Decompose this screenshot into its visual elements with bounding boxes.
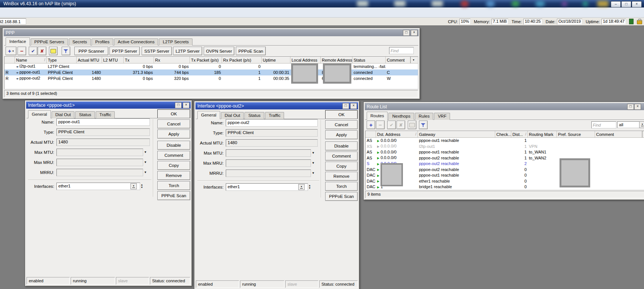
column-uptime[interactable]: Uptime <box>262 57 290 63</box>
column-distance[interactable]: Dist.../ <box>511 131 528 137</box>
pppoe-scan-button[interactable]: PPPoE Scan <box>236 47 266 55</box>
l2tp-server-button[interactable]: L2TP Server <box>173 47 202 55</box>
add-button[interactable]: + <box>367 121 375 129</box>
column-name[interactable]: Name/ <box>15 57 47 63</box>
route-close-button[interactable]: × <box>634 104 641 110</box>
route-filter-select[interactable]: all <box>617 121 640 128</box>
column-select-button[interactable]: ▼ <box>642 131 644 137</box>
route-row[interactable]: AS ▶0.0.0.0/0 pppoe-out1 reachable 1 <box>366 138 644 144</box>
interfaces-spinner[interactable]: ▲ ▼ <box>139 183 144 189</box>
interfaces-field[interactable]: ether1 <box>56 183 140 190</box>
dialog1-tab-general[interactable]: General <box>28 110 51 118</box>
route-row-disabled[interactable]: XS ▶0.0.0.0/0 l2tp-out1 1 VPN <box>366 144 644 150</box>
column-local-address[interactable]: Local Address <box>290 57 321 63</box>
comment-button[interactable]: Comment <box>325 152 358 161</box>
column-pref-source[interactable]: Pref. Source <box>557 131 595 137</box>
dialog1-tab-status[interactable]: Status <box>75 111 95 118</box>
column-routing-mark[interactable]: Routing Mark <box>528 131 557 137</box>
ppp-titlebar[interactable]: PPP □ × <box>4 29 419 36</box>
ppp-tab-profiles[interactable]: Profiles <box>92 38 113 46</box>
column-rx-packet[interactable]: Rx Packet (p/s) <box>222 57 262 63</box>
column-status[interactable]: Status <box>352 57 386 63</box>
route-row[interactable]: DAC ▶6 pppoe-out2 reachable 0 <box>366 167 644 173</box>
max-mru-field[interactable] <box>226 159 311 167</box>
comment-button[interactable] <box>49 47 58 55</box>
column-flags[interactable] <box>4 57 15 63</box>
dialog1-close-button[interactable]: × <box>183 102 189 108</box>
torch-button[interactable]: Torch <box>157 181 190 190</box>
route-row-inactive[interactable]: S ▶0.0.0.0/0 pppoe-out2 reachable 2 <box>366 161 644 167</box>
ppp-tab-l2tp-secrets[interactable]: L2TP Secrets <box>159 38 192 46</box>
dialog1-restore-button[interactable]: □ <box>175 102 182 108</box>
chevron-down-icon[interactable]: ▼ <box>144 150 148 154</box>
table-row-pppoe-out2[interactable]: R ◂▸pppoe-out2 PPPoE Client 1480 0 bps 3… <box>4 75 418 81</box>
torch-button[interactable]: Torch <box>325 182 358 191</box>
sstp-server-button[interactable]: SSTP Server <box>142 47 172 55</box>
close-button[interactable]: × <box>632 1 642 7</box>
dialog2-tab-status[interactable]: Status <box>244 112 264 119</box>
route-restore-button[interactable]: □ <box>627 104 634 110</box>
chevron-down-icon[interactable]: ▼ <box>312 151 316 155</box>
column-tx-packet[interactable]: Tx Packet (p/s) <box>190 57 222 63</box>
filter-button[interactable] <box>62 47 70 55</box>
name-field[interactable]: pppoe-out2 <box>226 119 318 127</box>
apply-button[interactable]: Apply <box>325 130 358 139</box>
dialog2-tab-traffic[interactable]: Traffic <box>265 112 284 119</box>
route-row[interactable]: AS ▶0.0.0.0/0 pppoe-out2 reachable 1 to_… <box>366 155 644 161</box>
remove-button[interactable]: − <box>376 121 385 129</box>
column-l2-mtu[interactable]: L2 MTU <box>102 57 124 63</box>
ppp-tab-pppoe-servers[interactable]: PPPoE Servers <box>31 38 68 46</box>
enable-button[interactable]: ✔ <box>29 47 37 55</box>
minimize-button[interactable]: – <box>611 1 621 7</box>
column-rx[interactable]: Rx <box>154 57 190 63</box>
route-tab-nexthops[interactable]: Nexthops <box>388 113 414 120</box>
column-comment[interactable]: Comment <box>386 57 410 63</box>
ppp-tab-interface[interactable]: Interface <box>6 37 30 46</box>
interfaces-dropdown-button[interactable]: ▼ <box>130 183 137 189</box>
remove-button[interactable]: Remove <box>157 171 190 180</box>
route-row[interactable]: AS ▶0.0.0.0/0 pppoe-out1 reachable 1 to_… <box>366 149 644 155</box>
max-mtu-field[interactable] <box>56 149 143 156</box>
interfaces-dropdown-button[interactable]: ▼ <box>298 184 305 190</box>
column-remote-address[interactable]: Remote Address <box>321 57 352 63</box>
route-row[interactable]: DAC ▶1 ether1 reachable 0 <box>366 178 644 184</box>
comment-button[interactable] <box>408 121 416 129</box>
column-type[interactable]: Type <box>47 57 77 63</box>
disable-button[interactable]: ✘ <box>38 47 46 55</box>
ok-button[interactable]: OK <box>157 109 190 118</box>
enable-button[interactable]: ✔ <box>387 121 396 129</box>
dialog2-tab-dial-out[interactable]: Dial Out <box>221 112 244 119</box>
chevron-down-icon[interactable]: ▼ <box>312 161 316 165</box>
max-mtu-field[interactable] <box>226 149 311 157</box>
chevron-down-icon[interactable]: ▼ <box>312 171 316 175</box>
disable-button[interactable]: Disable <box>325 142 358 150</box>
column-comment[interactable]: Comment <box>595 131 642 137</box>
remove-button[interactable]: Remove <box>325 172 358 181</box>
pppoe-scan-button[interactable]: PPPoE Scan <box>157 191 190 200</box>
ppp-find-input[interactable] <box>389 47 414 54</box>
ppp-restore-button[interactable]: □ <box>403 30 410 36</box>
column-select-button[interactable]: ▼ <box>410 57 416 63</box>
add-button[interactable]: + ▼ <box>6 47 16 55</box>
chevron-down-icon[interactable]: ▼ <box>144 160 148 164</box>
pppoe-scan-button[interactable]: PPPoE Scan <box>325 192 358 201</box>
route-tab-routes[interactable]: Routes <box>367 112 388 120</box>
table-row-pppoe-out1-selected[interactable]: R ◂▸pppoe-out1 PPPoE Client 1480 371.3 k… <box>4 69 418 75</box>
dialog2-titlebar[interactable]: Interface <pppoe-out2> □ × <box>195 102 358 109</box>
apply-button[interactable]: Apply <box>157 130 190 139</box>
route-row[interactable]: DAC ▶1 bridge1 reachable 0 <box>366 184 644 190</box>
restore-button[interactable]: □ <box>621 1 631 7</box>
table-row-l2tp-out1[interactable]: ◂▸l2tp-out1 L2TP Client 0 bps 0 bps 0 0 … <box>4 63 418 69</box>
interfaces-spinner[interactable]: ▲ ▼ <box>307 184 312 189</box>
ovpn-server-button[interactable]: OVPN Server <box>204 47 234 55</box>
ppp-close-button[interactable]: × <box>411 30 417 36</box>
ok-button[interactable]: OK <box>325 110 358 119</box>
mrru-field[interactable] <box>56 169 143 176</box>
route-filter-dropdown-button[interactable]: ▼ <box>639 121 644 128</box>
column-check-gateway[interactable]: Check... <box>495 131 511 137</box>
cancel-button[interactable]: Cancel <box>157 119 190 128</box>
dialog1-titlebar[interactable]: Interface <pppoe-out1> □ × <box>26 102 191 109</box>
ppp-tab-secrets[interactable]: Secrets <box>69 38 91 46</box>
copy-button[interactable]: Copy <box>325 162 358 171</box>
route-tab-rules[interactable]: Rules <box>415 113 433 120</box>
